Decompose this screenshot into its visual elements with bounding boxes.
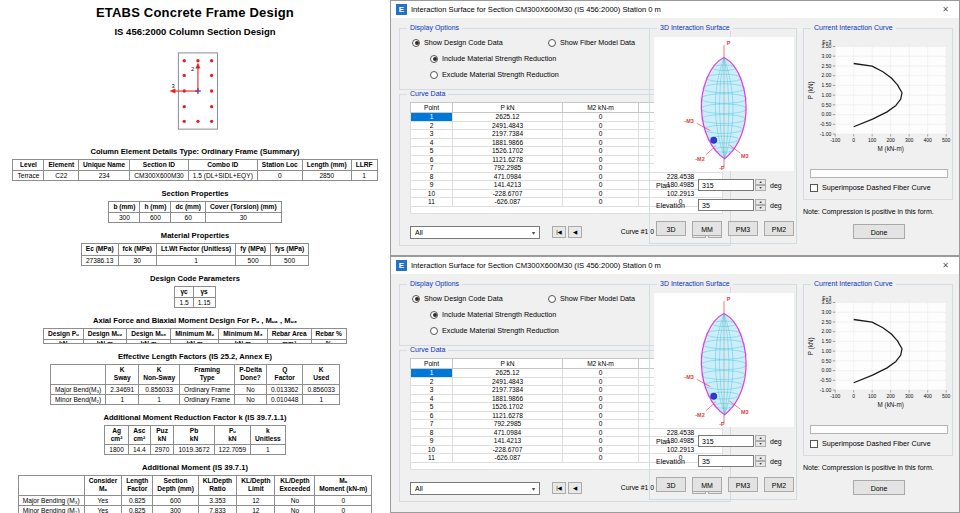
table-cell[interactable]: 10 [411,445,453,454]
elevation-input[interactable] [698,455,754,467]
spinner-down-icon[interactable]: ▼ [755,441,766,447]
previous-curve-button[interactable]: ◀ [568,226,582,238]
table-cell[interactable]: 0 [563,377,639,386]
plan-input[interactable] [698,435,754,447]
table-cell[interactable]: 3 [411,130,453,139]
table-cell[interactable]: 471.0984 [453,172,563,181]
table-cell[interactable]: 0 [563,138,639,147]
table-cell[interactable]: 792.2985 [453,420,563,429]
plan-spinner[interactable]: ▲ ▼ [755,435,766,447]
table-cell[interactable]: 0 [563,445,639,454]
table-cell[interactable]: 0 [563,130,639,139]
table-cell[interactable]: 0 [563,428,639,437]
table-cell[interactable]: 1121.6278 [453,411,563,420]
spinner-down-icon[interactable]: ▼ [755,185,766,191]
table-cell[interactable]: 141.4213 [453,181,563,190]
previous-curve-button[interactable]: ◀ [568,482,582,494]
plan-input[interactable] [698,179,754,191]
table-cell[interactable]: 0 [563,411,639,420]
view-pm3-button[interactable]: PM3 [728,477,758,492]
table-cell[interactable]: 1881.9866 [453,394,563,403]
table-cell[interactable]: 0 [563,394,639,403]
table-cell[interactable]: -626.087 [453,454,563,463]
radio-on-icon[interactable] [430,55,438,63]
radio-show-design-code[interactable]: Show Design Code Data [412,38,503,47]
radio-include-reduction[interactable]: Include Material Strength Reduction [430,54,556,63]
view-3d-button[interactable]: 3D [656,221,686,236]
elevation-spinner[interactable]: ▲ ▼ [755,455,766,467]
table-cell[interactable]: 1881.9866 [453,138,563,147]
elevation-input[interactable] [698,199,754,211]
dialog-titlebar[interactable]: E Interaction Surface for Section CM300X… [391,1,959,18]
table-cell[interactable]: 1 [411,113,453,122]
surface-3d-plot[interactable]: P -P -M3 -M2 M3 [654,37,794,171]
table-cell[interactable]: 0 [563,155,639,164]
table-cell[interactable]: 7 [411,164,453,173]
table-cell[interactable]: 2 [411,121,453,130]
table-cell[interactable]: 1526.1702 [453,403,563,412]
elevation-spinner[interactable]: ▲ ▼ [755,199,766,211]
table-cell[interactable]: 6 [411,411,453,420]
superimpose-checkbox-row[interactable]: Superimpose Dashed Fiber Curve [810,439,931,448]
table-cell[interactable]: 2491.4843 [453,121,563,130]
radio-exclude-reduction[interactable]: Exclude Material Strength Reduction [430,70,559,79]
radio-off-icon[interactable] [430,71,438,79]
table-cell[interactable]: 2625.12 [453,369,563,378]
view-mm-button[interactable]: MM [692,221,722,236]
table-cell[interactable]: 792.2985 [453,164,563,173]
table-cell[interactable]: 0 [563,420,639,429]
view-mm-button[interactable]: MM [692,477,722,492]
table-cell[interactable]: 3 [411,386,453,395]
table-cell[interactable]: 9 [411,181,453,190]
spinner-down-icon[interactable]: ▼ [755,461,766,467]
table-cell[interactable]: 0 [563,369,639,378]
table-cell[interactable]: 0 [563,437,639,446]
superimpose-checkbox-row[interactable]: Superimpose Dashed Fiber Curve [810,183,931,192]
table-cell[interactable]: 2491.4843 [453,377,563,386]
table-cell[interactable]: 0 [563,454,639,463]
table-cell[interactable]: 2197.7384 [453,386,563,395]
plan-spinner[interactable]: ▲ ▼ [755,179,766,191]
table-cell[interactable]: 471.0984 [453,428,563,437]
table-cell[interactable]: 0 [563,147,639,156]
curve-filter-dropdown[interactable]: All ▾ [410,482,540,495]
table-cell[interactable]: 11 [411,454,453,463]
table-cell[interactable]: 0 [563,164,639,173]
first-curve-button[interactable]: |◀ [552,226,566,238]
first-curve-button[interactable]: |◀ [552,482,566,494]
spinner-down-icon[interactable]: ▼ [755,205,766,211]
radio-exclude-reduction[interactable]: Exclude Material Strength Reduction [430,326,559,335]
table-cell[interactable]: 10 [411,189,453,198]
table-cell[interactable]: 0 [563,386,639,395]
close-icon[interactable]: ✕ [937,5,954,14]
radio-show-design-code[interactable]: Show Design Code Data [412,294,503,303]
table-cell[interactable]: 8 [411,428,453,437]
view-pm3-button[interactable]: PM3 [728,221,758,236]
table-cell[interactable]: 11 [411,198,453,207]
table-cell[interactable]: 0 [563,113,639,122]
radio-on-icon[interactable] [430,311,438,319]
radio-include-reduction[interactable]: Include Material Strength Reduction [430,310,556,319]
table-cell[interactable]: 1 [411,369,453,378]
checkbox-unchecked-icon[interactable] [810,440,818,448]
table-cell[interactable]: -228.6707 [453,445,563,454]
radio-off-icon[interactable] [548,39,556,47]
table-cell[interactable]: 0 [563,172,639,181]
table-cell[interactable]: 6 [411,155,453,164]
table-cell[interactable]: 0 [563,189,639,198]
table-cell[interactable]: 0 [563,198,639,207]
done-button[interactable]: Done [853,224,905,239]
table-cell[interactable]: 0 [563,181,639,190]
table-cell[interactable]: 8 [411,172,453,181]
close-icon[interactable]: ✕ [937,261,954,270]
table-cell[interactable]: 5 [411,147,453,156]
done-button[interactable]: Done [853,480,905,495]
table-cell[interactable]: 7 [411,420,453,429]
surface-3d-plot[interactable]: P -P -M3 -M2 M3 [654,293,794,427]
radio-off-icon[interactable] [430,327,438,335]
table-cell[interactable]: 141.4213 [453,437,563,446]
radio-off-icon[interactable] [548,295,556,303]
radio-on-icon[interactable] [412,295,420,303]
table-cell[interactable]: 9 [411,437,453,446]
table-cell[interactable]: 0 [563,121,639,130]
